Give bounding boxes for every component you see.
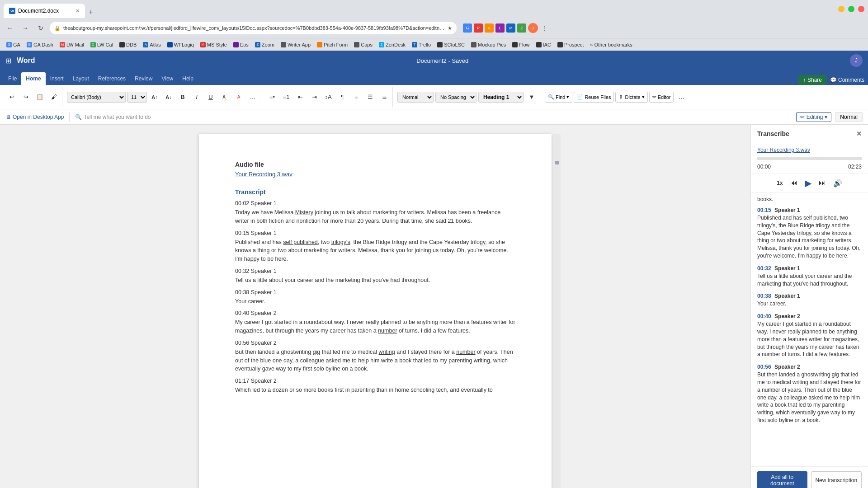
forward-button[interactable]: → <box>19 22 32 34</box>
align-center-button[interactable]: ☰ <box>364 91 377 103</box>
bookmark-iac[interactable]: IAC <box>533 41 554 48</box>
seg-time-5[interactable]: 00:56 <box>757 364 771 370</box>
close-window-button[interactable] <box>858 6 864 12</box>
bookmark-mockup-pics[interactable]: Mockup Pics <box>468 41 509 48</box>
bookmark-lw-cal[interactable]: C LW Cal <box>88 41 116 48</box>
normal-style-select[interactable]: Normal <box>397 92 434 103</box>
bullets-button[interactable]: ≡• <box>266 91 278 103</box>
decrease-indent-button[interactable]: ⇤ <box>294 91 307 103</box>
audio-file-link[interactable]: Your Recording 3.wav <box>235 171 292 178</box>
tab-home[interactable]: Home <box>21 72 45 85</box>
more-font-button[interactable]: … <box>246 91 259 103</box>
skip-back-button[interactable]: ⏮ <box>790 179 797 187</box>
highlight-button[interactable]: A <box>218 91 231 103</box>
tell-me-search[interactable]: 🔍 Tell me what you want to do <box>75 114 790 120</box>
maximize-button[interactable] <box>848 6 854 12</box>
bookmark-atlas[interactable]: A Atlas <box>140 41 163 48</box>
seg-time-1[interactable]: 00:15 <box>757 207 771 213</box>
seg-time-2[interactable]: 00:32 <box>757 265 771 272</box>
volume-button[interactable]: 🔊 <box>833 179 842 188</box>
new-tab-button[interactable]: + <box>85 6 97 18</box>
italic-button[interactable]: I <box>190 91 203 103</box>
ext-icon-4[interactable]: L <box>495 23 505 33</box>
bookmark-ga-dash[interactable]: G GA Dash <box>24 41 56 48</box>
sort-button[interactable]: ↕A <box>322 91 335 103</box>
ext-icon-1[interactable]: G <box>463 23 472 33</box>
ext-icon-3[interactable]: A <box>485 23 494 33</box>
tab-layout[interactable]: Layout <box>68 72 94 85</box>
numbering-button[interactable]: ≡1 <box>280 91 292 103</box>
ext-icon-2[interactable]: P <box>474 23 483 33</box>
increase-indent-button[interactable]: ⇥ <box>308 91 321 103</box>
bookmark-eos[interactable]: Eos <box>231 41 251 48</box>
reuse-files-button[interactable]: 📄 Reuse Files <box>574 92 614 103</box>
bookmark-flow[interactable]: Flow <box>509 41 532 48</box>
align-right-button[interactable]: ≣ <box>378 91 391 103</box>
bookmark-zendesk[interactable]: Z ZenDesk <box>376 41 408 48</box>
transcribe-close-button[interactable]: ✕ <box>856 130 862 137</box>
dictate-button[interactable]: 🎙 Dictate ▾ <box>615 92 647 103</box>
play-button[interactable]: ▶ <box>805 178 811 188</box>
bold-button[interactable]: B <box>176 91 189 103</box>
decrease-font-button[interactable]: A↓ <box>162 91 175 103</box>
increase-font-button[interactable]: A↑ <box>148 91 161 103</box>
styles-expand-button[interactable]: ▼ <box>525 91 538 103</box>
format-painter-button[interactable]: 🖌 <box>47 91 60 103</box>
address-bar[interactable]: 🔒 theaboutgroup-my.sharepoint.com/:w:/r/… <box>50 22 457 34</box>
editing-mode-button[interactable]: ✏ Editing ▾ <box>796 112 832 122</box>
heading1-style-select[interactable]: Heading 1 <box>478 92 524 103</box>
user-avatar[interactable]: J <box>850 54 863 67</box>
bookmark-caps[interactable]: Caps <box>351 41 375 48</box>
comments-button[interactable]: 💬 Comments <box>830 77 864 83</box>
add-all-to-document-button[interactable]: Add all to document <box>757 471 807 488</box>
skip-forward-button[interactable]: ⏭ <box>819 179 826 187</box>
bookmark-lw-mail[interactable]: M LW Mail <box>57 41 87 48</box>
tab-insert[interactable]: Insert <box>46 72 68 85</box>
bookmark-ddb[interactable]: DDB <box>117 41 139 48</box>
scroll-thumb[interactable] <box>555 161 559 164</box>
new-transcription-button[interactable]: New transcription <box>811 471 862 488</box>
bookmark-ms-style[interactable]: M MS Style <box>198 41 230 48</box>
font-family-select[interactable]: Calibri (Body) <box>67 92 126 103</box>
seg-time-3[interactable]: 00:38 <box>757 293 771 299</box>
bookmark-zoom[interactable]: Z Zoom <box>252 41 277 48</box>
bookmark-wflogiq[interactable]: WFLogiq <box>165 41 197 48</box>
share-button[interactable]: ↑ Share <box>798 75 826 85</box>
active-tab[interactable]: W Document2.docx ✕ <box>4 4 85 18</box>
app-grid-icon[interactable]: ⊞ <box>5 56 11 65</box>
tab-view[interactable]: View <box>157 72 178 85</box>
undo-button[interactable]: ↩ <box>5 91 18 103</box>
transcribe-file-link[interactable]: Your Recording 3.wav <box>751 143 868 157</box>
ext-icon-6[interactable]: Z <box>517 23 526 33</box>
redo-button[interactable]: ↪ <box>19 91 32 103</box>
reload-button[interactable]: ↻ <box>34 22 47 34</box>
open-desktop-button[interactable]: 🖥 Open in Desktop App <box>5 114 64 120</box>
bookmark-sctolsc[interactable]: SCtoLSC <box>434 41 467 48</box>
tab-review[interactable]: Review <box>130 72 157 85</box>
clipboard-button[interactable]: 📋 <box>33 91 46 103</box>
find-button[interactable]: 🔍 Find ▾ <box>545 92 572 103</box>
profile-icon[interactable]: J <box>528 23 538 33</box>
more-extensions-button[interactable]: ⋮ <box>540 23 549 33</box>
back-button[interactable]: ← <box>4 22 16 34</box>
bookmark-writer-app[interactable]: Writer App <box>278 41 313 48</box>
bookmark-pitch-form[interactable]: Pitch Form <box>314 41 350 48</box>
tab-references[interactable]: References <box>94 72 130 85</box>
minimize-button[interactable] <box>838 6 844 12</box>
close-tab-button[interactable]: ✕ <box>75 8 80 14</box>
bookmark-prospect[interactable]: Prospect <box>555 41 586 48</box>
underline-button[interactable]: U <box>204 91 217 103</box>
ext-icon-5[interactable]: M <box>506 23 515 33</box>
paragraph-mark-button[interactable]: ¶ <box>336 91 349 103</box>
editor-button[interactable]: ✏ Editor <box>649 92 674 103</box>
no-spacing-style-select[interactable]: No Spacing <box>435 92 476 103</box>
align-left-button[interactable]: ≡ <box>350 91 363 103</box>
bookmark-ga[interactable]: G GA <box>4 41 23 48</box>
font-size-select[interactable]: 11 <box>127 92 147 103</box>
more-options-button[interactable]: … <box>675 91 688 103</box>
tab-help[interactable]: Help <box>178 72 198 85</box>
other-bookmarks-button[interactable]: » Other bookmarks <box>587 41 635 48</box>
bookmark-trello[interactable]: T Trello <box>409 41 434 48</box>
font-color-button[interactable]: A <box>232 91 245 103</box>
playback-speed[interactable]: 1x <box>777 180 783 186</box>
